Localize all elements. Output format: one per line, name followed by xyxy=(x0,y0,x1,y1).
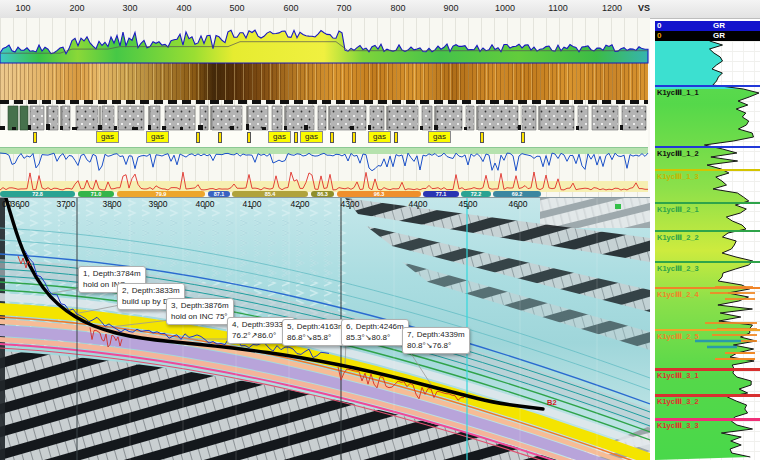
annotation-depth: Depth:3784m xyxy=(93,269,141,278)
gr-panel-body[interactable]: K1ycⅢ_1_1 K1ycⅢ_1_2 K1ycⅢ_1_3 K1ycⅢ_2_1 … xyxy=(655,41,760,460)
gr-header-black: 0 GR xyxy=(655,31,760,41)
marker-label: K1ycⅢ_3_3 xyxy=(657,421,699,430)
gas-badge: gas xyxy=(428,131,451,143)
annotation-number: 5, xyxy=(287,322,294,331)
marker-line xyxy=(655,230,760,232)
annotation-depth: Depth:4246m xyxy=(356,322,404,331)
marker-line xyxy=(655,202,760,204)
ruler-tick: 500 xyxy=(223,3,251,13)
log-curves-canvas xyxy=(0,18,650,197)
marker-label: K1ycⅢ_3_1 xyxy=(657,371,699,380)
gas-badge: gas xyxy=(368,131,391,143)
annotation-number: 4, xyxy=(232,320,239,329)
marker-label: K1ycⅢ_2_2 xyxy=(657,233,699,242)
gr-curve-name: GR xyxy=(713,31,725,41)
ruler-tick: 1100 xyxy=(544,3,572,13)
annotation-depth: Depth:3833m xyxy=(132,286,180,295)
depth-tick: 4600 xyxy=(503,199,533,209)
marker-line xyxy=(655,261,760,263)
depth-tick: 4300 xyxy=(335,199,365,209)
marker-label: K1ycⅢ_2_3 xyxy=(657,264,699,273)
marker-line xyxy=(655,287,760,289)
depth-tick: 3900 xyxy=(143,199,173,209)
ruler-tick: 1000 xyxy=(491,3,519,13)
gas-tick xyxy=(352,132,356,143)
marker-label: K1ycⅢ_1_1 xyxy=(657,88,699,97)
ruler-tick: 300 xyxy=(116,3,144,13)
lithology-sand-blocks xyxy=(30,106,646,130)
annotation-depth: Depth:4339m xyxy=(417,330,465,339)
annotation-note: 86.8°↘85.8° xyxy=(287,332,345,343)
annotation-number: 6, xyxy=(346,322,353,331)
annotation-depth: Depth:4163m xyxy=(297,322,345,331)
depth-tick: 3600 xyxy=(5,199,35,209)
depth-tick: 4100 xyxy=(237,199,267,209)
depth-tick: 3800 xyxy=(97,199,127,209)
target-label: B2 xyxy=(547,398,557,407)
marker-line xyxy=(655,169,760,171)
annotation-number: 7, xyxy=(407,330,414,339)
annotation-note: hold on INC 75° xyxy=(171,311,229,322)
annotation-depth: Depth:3876m xyxy=(181,301,229,310)
marker-label: K1ycⅢ_2_4 xyxy=(657,290,699,299)
geosteering-app: { "top_ruler": { "unit_label": "VS", "ti… xyxy=(0,0,760,460)
seismic-section-view[interactable]: 00 3600 3700 3800 3900 4000 4100 4200 43… xyxy=(0,197,650,460)
gr-curve xyxy=(0,30,648,63)
gas-tick xyxy=(196,132,200,143)
marker-line xyxy=(655,329,760,331)
lithology-topbar xyxy=(0,100,648,104)
depth-tick: 4200 xyxy=(285,199,315,209)
marker-line xyxy=(655,85,760,87)
gr-fill-curve-top xyxy=(655,41,743,89)
ruler-tick: 600 xyxy=(277,3,305,13)
annotation-number: 2, xyxy=(122,286,129,295)
marker-label: K1ycⅢ_1_3 xyxy=(657,172,699,181)
marker-label: K1ycⅢ_2_5 xyxy=(657,332,699,341)
marker-label: K1ycⅢ_1_2 xyxy=(657,149,699,158)
gas-badge: gas xyxy=(96,131,119,143)
ruler-tick: 1200 xyxy=(598,3,626,13)
lithology-coal-blocks xyxy=(8,106,28,130)
annotation-number: 1, xyxy=(83,269,90,278)
marker-label: K1ycⅢ_3_2 xyxy=(657,397,699,406)
marker-dot xyxy=(615,204,621,209)
marker-line xyxy=(655,146,760,148)
annotation-callout[interactable]: 7,Depth:4339m 80.8°↘76.8° xyxy=(402,327,470,354)
depth-tick: 4500 xyxy=(453,199,483,209)
ruler-tick: 900 xyxy=(437,3,465,13)
gas-tick xyxy=(521,132,525,143)
resistivity-curve xyxy=(0,153,648,171)
gas-tick xyxy=(480,132,484,143)
vs-ruler: 100 200 300 400 500 600 700 800 900 1000… xyxy=(0,0,760,19)
annotation-note: 85.3°↘80.8° xyxy=(346,332,404,343)
ruler-tick: 100 xyxy=(9,3,37,13)
gas-badge: gas xyxy=(300,131,323,143)
gas-tick xyxy=(33,132,37,143)
gr-scale-min: 0 xyxy=(657,31,661,41)
marker-label: K1ycⅢ_2_1 xyxy=(657,205,699,214)
annotation-callout[interactable]: 5,Depth:4163m 86.8°↘85.8° xyxy=(282,319,350,346)
gr-header-blue: 0 GR xyxy=(655,21,760,31)
gas-tick xyxy=(294,132,298,143)
gas-badge: gas xyxy=(146,131,169,143)
depth-tick: 3700 xyxy=(51,199,81,209)
annotation-callout[interactable]: 3,Depth:3876m hold on INC 75° xyxy=(166,298,234,325)
log-track-area[interactable]: gas gas gas gas gas gas 72.8 71.0 79.9 8… xyxy=(0,18,650,197)
depth-tick: 4400 xyxy=(403,199,433,209)
ruler-tick: 200 xyxy=(63,3,91,13)
annotation-number: 3, xyxy=(171,301,178,310)
ruler-tick: 400 xyxy=(170,3,198,13)
gas-tick xyxy=(247,132,251,143)
annotation-callout[interactable]: 6,Depth:4246m 85.3°↘80.8° xyxy=(341,319,409,346)
ruler-tick: 800 xyxy=(384,3,412,13)
total-gas-curve xyxy=(0,172,648,190)
ruler-tick: 700 xyxy=(330,3,358,13)
seismic-trace-texture xyxy=(540,198,650,228)
gr-correlation-panel[interactable]: 0 GR 0 GR xyxy=(655,21,760,460)
gas-tick xyxy=(330,132,334,143)
gas-tick xyxy=(394,132,398,143)
gr-scale-min: 0 xyxy=(657,21,661,31)
depth-tick: 4000 xyxy=(190,199,220,209)
gas-badge: gas xyxy=(268,131,291,143)
ruler-unit-label: VS xyxy=(630,3,658,13)
